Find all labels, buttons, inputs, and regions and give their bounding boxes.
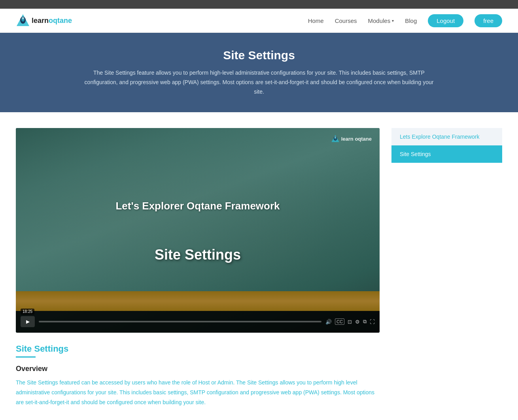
sidebar-item-explore[interactable]: Lets Explore Oqtane Framework xyxy=(391,128,502,145)
sidebar-item-settings-label: Site Settings xyxy=(400,151,431,157)
main-nav: Home Courses Modules ▾ Blog Logout free xyxy=(308,14,502,27)
video-title-line1: Let's Explorer Oqtane Framework xyxy=(115,200,280,212)
video-controls: ▶ 18:25 🔊 CC ⊡ ⚙ ⧉ ⛶ xyxy=(16,311,380,333)
video-logo-text: learn oqtane xyxy=(341,136,372,142)
pip-icon[interactable]: ⧉ xyxy=(363,318,367,325)
sidebar: Lets Explore Oqtane Framework Site Setti… xyxy=(391,128,502,407)
play-button[interactable]: ▶ xyxy=(21,316,35,327)
hero-banner: Site Settings The Site Settings feature … xyxy=(0,33,518,112)
logo-text-learn: learn xyxy=(32,17,49,25)
video-logo: learn oqtane xyxy=(331,134,372,143)
settings-icon[interactable]: ⚙ xyxy=(355,319,360,325)
fullscreen-icon[interactable]: ⛶ xyxy=(370,319,375,325)
overview-title: Overview xyxy=(16,365,380,373)
svg-point-7 xyxy=(335,137,336,138)
logout-button[interactable]: Logout xyxy=(428,14,463,27)
svg-point-3 xyxy=(22,17,24,19)
hero-description: The Site Settings feature allows you to … xyxy=(81,68,437,96)
video-logo-icon xyxy=(331,134,340,143)
nav-courses[interactable]: Courses xyxy=(335,17,357,24)
transcript-icon[interactable]: ⊡ xyxy=(348,319,352,325)
top-bar xyxy=(0,0,518,9)
video-player[interactable]: learn oqtane Let's Explorer Oqtane Frame… xyxy=(16,128,380,333)
nav-blog[interactable]: Blog xyxy=(405,17,417,24)
sidebar-item-settings[interactable]: Site Settings xyxy=(391,145,502,163)
main-content: learn oqtane Let's Explorer Oqtane Frame… xyxy=(0,112,518,420)
section-divider xyxy=(16,356,36,358)
progress-bar[interactable] xyxy=(39,321,321,322)
cc-icon[interactable]: CC xyxy=(335,318,344,325)
section-title: Site Settings xyxy=(16,344,380,354)
nav-modules[interactable]: Modules ▾ xyxy=(368,17,394,24)
time-badge-wrapper: ▶ 18:25 xyxy=(21,316,35,327)
time-badge: 18:25 xyxy=(21,309,34,315)
table-ledge xyxy=(16,291,380,311)
hero-title: Site Settings xyxy=(8,49,510,62)
modules-chevron: ▾ xyxy=(392,19,394,23)
video-thumbnail: learn oqtane Let's Explorer Oqtane Frame… xyxy=(16,128,380,333)
logo-icon xyxy=(16,13,30,28)
logo-text-oqtane: oqtane xyxy=(49,17,72,25)
logo[interactable]: learnoqtane xyxy=(16,13,72,28)
video-title-line2: Site Settings xyxy=(155,247,241,263)
content-left: learn oqtane Let's Explorer Oqtane Frame… xyxy=(16,128,380,407)
volume-icon[interactable]: 🔊 xyxy=(325,319,332,325)
overview-text: The Site Settings featured can be access… xyxy=(16,378,380,408)
free-button[interactable]: free xyxy=(475,14,502,27)
sidebar-item-explore-label: Lets Explore Oqtane Framework xyxy=(400,134,480,140)
control-icons: 🔊 CC ⊡ ⚙ ⧉ ⛶ xyxy=(325,318,375,325)
header: learnoqtane Home Courses Modules ▾ Blog … xyxy=(0,9,518,33)
nav-home[interactable]: Home xyxy=(308,17,324,24)
